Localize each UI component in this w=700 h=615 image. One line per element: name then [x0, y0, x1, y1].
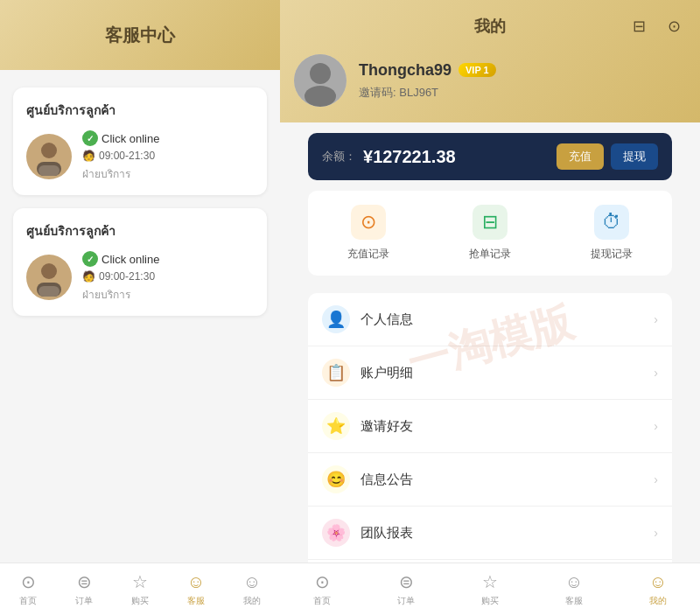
left-nav-mine[interactable]: ☺ 我的 [224, 567, 280, 612]
right-nav-order[interactable]: ⊜ 订单 [364, 566, 448, 612]
right-header: 我的 ⊟ ⊙ Thongcha99 VIP 1 [280, 0, 700, 122]
balance-buttons: 充值 提现 [556, 143, 658, 170]
invite-menu-text: 邀请好友 [360, 418, 643, 435]
recharge-button[interactable]: 充值 [556, 143, 604, 170]
profile-avatar [294, 54, 346, 107]
agent-hours-2: 🧑 09:00-21:30 [82, 270, 159, 283]
left-nav-buy[interactable]: ☆ 购买 [112, 566, 168, 612]
right-order-label: 订单 [397, 595, 415, 607]
right-order-icon: ⊜ [399, 571, 414, 592]
message-icon[interactable]: ⊟ [626, 14, 651, 38]
service-agent-1[interactable]: Click online 🧑 09:00-21:30 ฝ่ายบริการ [26, 130, 254, 182]
agent-avatar-1 [26, 134, 72, 179]
right-home-label: 首页 [313, 595, 331, 607]
profile-menu-text: 个人信息 [360, 311, 643, 328]
right-nav-service[interactable]: ☺ 客服 [532, 567, 616, 612]
profile-menu-icon: 👤 [322, 305, 350, 333]
vip-badge: VIP 1 [458, 63, 496, 77]
menu-list: 👤 个人信息 › 📋 账户明细 › ⭐ 邀请好友 › [308, 293, 672, 563]
account-menu-text: 账户明细 [360, 365, 643, 381]
quick-action-grab[interactable]: ⊟ 抢单记录 [430, 205, 551, 262]
quick-action-recharge[interactable]: ⊙ 充值记录 [308, 205, 430, 262]
svg-point-8 [304, 86, 336, 107]
left-header: 客服中心 [0, 0, 280, 70]
grab-record-label: 抢单记录 [469, 247, 511, 262]
recharge-record-icon: ⊙ [351, 205, 386, 240]
profile-name-row: Thongcha99 VIP 1 [359, 61, 496, 80]
invite-menu-icon: ⭐ [322, 412, 350, 440]
menu-item-invite[interactable]: ⭐ 邀请好友 › [308, 400, 672, 453]
quick-actions-wrapper: ⊙ 充值记录 ⊟ 抢单记录 ⏱ 提现记录 [280, 191, 700, 293]
right-nav-mine[interactable]: ☺ 我的 [616, 567, 700, 612]
left-nav-service[interactable]: ☺ 客服 [168, 567, 224, 612]
menu-item-account[interactable]: 📋 账户明细 › [308, 346, 672, 400]
service-card-2-title: ศูนย์บริการลูกค้า [26, 221, 254, 241]
right-header-icons: ⊟ ⊙ [626, 14, 686, 38]
svg-rect-2 [38, 165, 60, 176]
left-content: ศูนย์บริการลูกค้า Click online [0, 70, 280, 563]
notice-menu-text: 信息公告 [360, 472, 643, 488]
settings-icon[interactable]: ⊙ [662, 14, 686, 38]
right-header-top: 我的 ⊟ ⊙ [294, 10, 686, 42]
recharge-record-label: 充值记录 [347, 247, 389, 262]
svg-rect-5 [38, 286, 60, 297]
agent-avatar-2 [26, 255, 72, 300]
quick-actions: ⊙ 充值记录 ⊟ 抢单记录 ⏱ 提现记录 [308, 191, 672, 276]
agent-info-1: Click online 🧑 09:00-21:30 ฝ่ายบริการ [82, 130, 159, 182]
online-dot-2 [82, 251, 98, 267]
order-icon: ⊜ [77, 571, 92, 592]
profile-invite: 邀请码: BLJ96T [359, 85, 496, 101]
left-bottom-nav: ⊙ 首页 ⊜ 订单 ☆ 购买 ☺ 客服 ☺ 我的 [0, 563, 280, 615]
notice-menu-icon: 😊 [322, 465, 350, 493]
right-content: 一淘模版 余额： ¥127221.38 充值 提现 [280, 122, 700, 563]
agent-status-1: Click online [82, 130, 159, 146]
balance-label-group: 余额： ¥127221.38 [322, 147, 456, 167]
profile-info: Thongcha99 VIP 1 邀请码: BLJ96T [359, 61, 496, 101]
service-card-1: ศูนย์บริการลูกค้า Click online [13, 87, 267, 195]
mine-label-left: 我的 [243, 595, 261, 607]
left-header-title: 客服中心 [105, 24, 175, 47]
mine-icon-left: ☺ [243, 572, 261, 592]
service-agent-2[interactable]: Click online 🧑 09:00-21:30 ฝ่ายบริการ [26, 251, 254, 303]
profile-username: Thongcha99 [359, 61, 452, 80]
right-mine-label: 我的 [649, 595, 667, 607]
agent-hours-1: 🧑 09:00-21:30 [82, 150, 159, 162]
right-nav-home[interactable]: ⊙ 首页 [280, 566, 364, 612]
agent-dept-1: ฝ่ายบริการ [82, 165, 159, 182]
menu-item-notice[interactable]: 😊 信息公告 › [308, 453, 672, 507]
team-menu-icon: 🌸 [322, 519, 350, 547]
balance-row: 余额： ¥127221.38 [322, 147, 456, 167]
team-menu-text: 团队报表 [360, 525, 643, 542]
right-nav-buy[interactable]: ☆ 购买 [448, 566, 532, 612]
withdraw-button[interactable]: 提现 [611, 143, 658, 170]
home-icon: ⊙ [21, 571, 36, 592]
right-service-icon: ☺ [565, 572, 583, 592]
withdraw-record-icon: ⏱ [594, 205, 629, 240]
service-label: 客服 [187, 595, 205, 607]
agent-dept-2: ฝ่ายบริการ [82, 286, 159, 303]
right-header-title: 我的 [474, 16, 506, 37]
grab-record-icon: ⊟ [472, 205, 508, 240]
balance-wrapper: 余额： ¥127221.38 充值 提现 [280, 122, 700, 180]
svg-point-3 [41, 263, 57, 279]
menu-item-team[interactable]: 🌸 团队报表 › [308, 507, 672, 560]
balance-label: 余额： [322, 149, 356, 164]
quick-action-withdraw[interactable]: ⏱ 提现记录 [550, 205, 672, 262]
profile-menu-arrow: › [654, 312, 658, 326]
team-menu-arrow: › [654, 526, 658, 540]
notice-menu-arrow: › [654, 472, 658, 486]
buy-label: 购买 [131, 595, 149, 607]
right-buy-icon: ☆ [482, 571, 498, 592]
balance-section: 余额： ¥127221.38 充值 提现 [308, 133, 672, 180]
buy-icon: ☆ [132, 571, 148, 592]
menu-item-profile[interactable]: 👤 个人信息 › [308, 293, 672, 346]
left-nav-home[interactable]: ⊙ 首页 [0, 566, 56, 612]
left-nav-order[interactable]: ⊜ 订单 [56, 566, 112, 612]
order-label: 订单 [75, 595, 93, 607]
svg-point-0 [41, 143, 57, 158]
right-home-icon: ⊙ [315, 571, 330, 592]
right-buy-label: 购买 [481, 595, 499, 607]
agent-status-2: Click online [82, 251, 159, 267]
home-label: 首页 [19, 595, 37, 607]
menu-item-app[interactable]: ⬇ APP下载 › [308, 560, 672, 563]
